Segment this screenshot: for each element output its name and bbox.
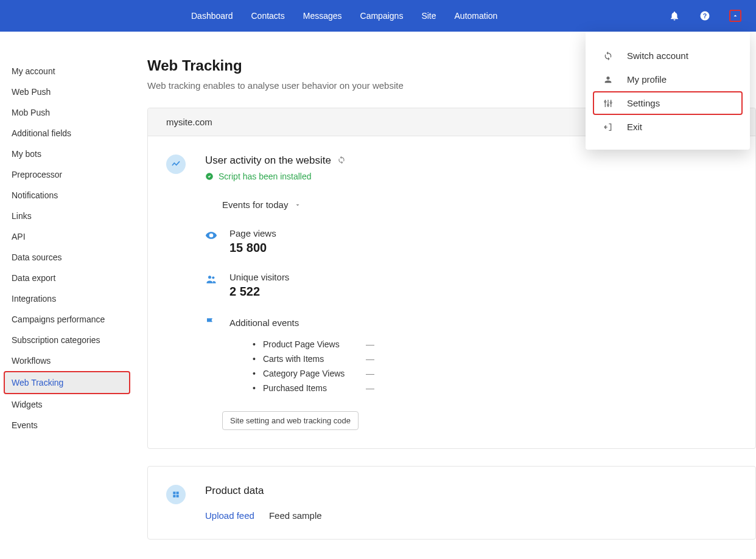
event-name: Product Page Views	[263, 339, 351, 349]
user-menu-dropdown: Switch account My profile Settings Exit	[586, 32, 750, 150]
flag-icon	[205, 317, 217, 330]
product-data-card: Product data Upload feed Feed sample	[147, 466, 756, 540]
exit-icon	[603, 122, 614, 132]
additional-events-title: Additional events	[229, 318, 299, 328]
svg-point-9	[210, 234, 212, 236]
menu-item-label: Switch account	[627, 50, 688, 61]
period-label: Events for today	[222, 200, 288, 210]
sidebar-item-web-tracking[interactable]: Web Tracking	[4, 371, 130, 394]
event-value: —	[366, 369, 374, 378]
sidebar-item-additional-fields[interactable]: Additional fields	[0, 123, 134, 144]
top-nav-links: Dashboard Contacts Messages Campaigns Si…	[191, 11, 497, 21]
switch-icon	[603, 51, 614, 61]
svg-rect-15	[177, 495, 179, 498]
unique-visitors-label: Unique visitors	[229, 272, 289, 282]
additional-events-list: Product Page Views— Carts with Items— Ca…	[253, 337, 737, 395]
period-dropdown[interactable]: Events for today	[222, 200, 737, 210]
sidebar-item-links[interactable]: Links	[0, 206, 134, 226]
event-row: Carts with Items—	[253, 352, 374, 366]
menu-switch-account[interactable]: Switch account	[586, 44, 750, 68]
event-row: Purchased Items—	[253, 381, 374, 395]
activity-section-title: User activity on the website	[205, 155, 331, 167]
sidebar-item-widgets[interactable]: Widgets	[0, 394, 134, 415]
nav-automation[interactable]: Automation	[455, 11, 498, 21]
top-nav: Dashboard Contacts Messages Campaigns Si…	[0, 0, 756, 32]
nav-messages[interactable]: Messages	[303, 11, 342, 21]
sidebar-item-web-push[interactable]: Web Push	[0, 82, 134, 102]
user-menu-toggle[interactable]	[729, 10, 741, 22]
event-name: Category Page Views	[263, 369, 351, 378]
event-value: —	[366, 339, 374, 349]
svg-rect-14	[173, 495, 175, 498]
menu-item-label: Settings	[627, 98, 660, 108]
product-icon	[166, 485, 186, 504]
bell-icon[interactable]	[668, 10, 681, 22]
event-row: Product Page Views—	[253, 337, 374, 352]
sidebar-item-data-sources[interactable]: Data sources	[0, 247, 134, 268]
menu-exit[interactable]: Exit	[586, 115, 750, 139]
page-views-label: Page views	[229, 228, 276, 238]
upload-feed-link[interactable]: Upload feed	[205, 510, 254, 521]
sidebar-item-data-export[interactable]: Data export	[0, 268, 134, 288]
svg-point-5	[604, 101, 606, 103]
svg-point-11	[212, 276, 214, 279]
script-status: Script has been installed	[205, 172, 737, 181]
event-name: Carts with Items	[263, 354, 351, 364]
eye-icon	[205, 229, 217, 243]
svg-rect-13	[177, 491, 179, 494]
additional-events-header: Additional events	[205, 316, 737, 330]
svg-point-10	[208, 276, 211, 279]
sidebar-item-integrations[interactable]: Integrations	[0, 288, 134, 309]
sliders-icon	[603, 99, 614, 108]
sidebar-item-subscription-categories[interactable]: Subscription categories	[0, 330, 134, 350]
nav-campaigns[interactable]: Campaigns	[360, 11, 404, 21]
sidebar-item-workflows[interactable]: Workflows	[0, 350, 134, 371]
activity-icon	[166, 155, 186, 174]
menu-settings[interactable]: Settings	[593, 91, 743, 115]
sidebar-item-my-account[interactable]: My account	[0, 61, 134, 82]
nav-dashboard[interactable]: Dashboard	[191, 11, 233, 21]
svg-text:?: ?	[703, 12, 707, 19]
product-section-title: Product data	[205, 485, 737, 497]
event-row: Category Page Views—	[253, 366, 374, 381]
unique-visitors-value: 2 522	[229, 285, 289, 299]
site-activity-card: mysite.com User activity on the website …	[147, 108, 756, 449]
users-icon	[205, 273, 217, 287]
script-status-text: Script has been installed	[219, 172, 312, 181]
menu-item-label: My profile	[627, 74, 667, 85]
top-nav-right: ?	[668, 10, 741, 22]
sidebar-item-campaigns-performance[interactable]: Campaigns performance	[0, 309, 134, 330]
chevron-down-icon	[294, 201, 301, 209]
profile-icon	[603, 75, 614, 85]
sidebar-item-mob-push[interactable]: Mob Push	[0, 102, 134, 123]
stat-unique-visitors: Unique visitors 2 522	[205, 272, 737, 299]
svg-rect-12	[173, 491, 175, 494]
sidebar-item-api[interactable]: API	[0, 226, 134, 247]
sidebar-item-events[interactable]: Events	[0, 415, 134, 436]
site-settings-button[interactable]: Site setting and web tracking code	[222, 411, 359, 430]
menu-my-profile[interactable]: My profile	[586, 68, 750, 91]
nav-site[interactable]: Site	[421, 11, 436, 21]
event-value: —	[366, 354, 374, 364]
check-circle-icon	[205, 172, 214, 181]
sidebar-item-notifications[interactable]: Notifications	[0, 185, 134, 206]
help-icon[interactable]: ?	[699, 10, 711, 22]
svg-point-7	[610, 102, 612, 103]
refresh-icon[interactable]	[337, 156, 346, 166]
event-name: Purchased Items	[263, 383, 351, 393]
svg-point-6	[607, 104, 609, 106]
page-views-value: 15 800	[229, 241, 276, 255]
feed-sample-link[interactable]: Feed sample	[269, 510, 322, 521]
stat-page-views: Page views 15 800	[205, 228, 737, 255]
sidebar: My account Web Push Mob Push Additional …	[0, 32, 134, 559]
nav-contacts[interactable]: Contacts	[251, 11, 285, 21]
menu-item-label: Exit	[627, 122, 642, 132]
sidebar-item-preprocessor[interactable]: Preprocessor	[0, 164, 134, 185]
event-value: —	[366, 383, 374, 393]
sidebar-item-my-bots[interactable]: My bots	[0, 144, 134, 164]
